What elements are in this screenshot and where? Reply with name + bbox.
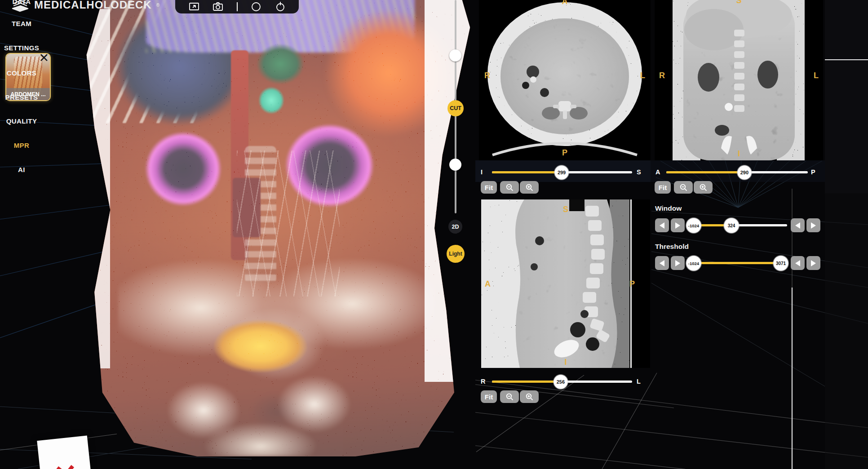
reset-view-icon[interactable] (275, 1, 286, 12)
sagittal-orientation-bottom: I (564, 358, 567, 367)
threshold-step-left-button-2[interactable] (791, 256, 805, 270)
coronal-slice-handle[interactable]: 290 (737, 165, 751, 179)
coronal-orientation-bottom: I (738, 149, 740, 159)
axial-fit-button[interactable]: Fit (481, 181, 497, 194)
toolbar-separator (237, 2, 238, 11)
sidebar-item-data[interactable]: DATA (0, 0, 43, 5)
zoom-in-icon (700, 184, 707, 191)
sidebar-menu (825, 0, 868, 193)
sagittal-fit-button[interactable]: Fit (481, 390, 497, 403)
axial-slice-handle[interactable]: 299 (555, 165, 569, 179)
coronal-slice-value: 290 (740, 170, 748, 175)
viewport-toolbar (175, 0, 299, 13)
threshold-high-value: 3071 (776, 261, 786, 265)
sidebar-item-team[interactable]: TEAM (0, 20, 43, 27)
sagittal-orientation-top: S (563, 205, 568, 214)
right-arrow-icon (675, 260, 680, 266)
coronal-ct-view[interactable]: S R L I (655, 0, 823, 160)
sidebar-item-presets[interactable]: PRESETS (0, 93, 43, 101)
axial-zoom-out-button[interactable] (500, 181, 519, 194)
sidebar-item-colors[interactable]: COLORS (0, 69, 43, 77)
sagittal-orientation-left: A (485, 279, 491, 289)
window-label: Window (655, 204, 682, 212)
threshold-range-slider[interactable]: -1024 3071 (694, 262, 787, 264)
threshold-low-handle[interactable]: -1024 (686, 256, 701, 270)
sidebar-divider (825, 59, 868, 60)
axial-slice-slider[interactable]: 299 (492, 171, 632, 173)
axial-slider-end-label: S (637, 168, 641, 176)
sagittal-zoom-out-button[interactable] (500, 390, 519, 403)
coronal-slice-slider[interactable]: 290 (666, 171, 808, 173)
threshold-step-right-button-1[interactable] (671, 256, 685, 270)
coronal-zoom-out-button[interactable] (674, 181, 693, 194)
app-window: MEDICALHOLODECK ® ✕ ABDOMEN ... CUT 2D L… (0, 0, 868, 469)
right-arrow-icon (811, 260, 816, 266)
threshold-label: Threshold (655, 243, 689, 251)
sagittal-zoom-in-button[interactable] (520, 390, 539, 403)
coronal-ct-image (655, 0, 823, 160)
left-arrow-icon (660, 260, 664, 266)
export-icon[interactable] (189, 2, 199, 12)
window-low-handle[interactable]: -1024 (686, 218, 701, 233)
threshold-low-value: -1024 (688, 261, 699, 265)
scroll-slider-handle[interactable] (449, 159, 461, 171)
axial-orientation-top: A (562, 0, 568, 6)
zoom-out-icon (506, 184, 514, 191)
coronal-orientation-right: L (814, 71, 819, 80)
right-arrow-icon (811, 222, 816, 229)
left-arrow-icon (660, 222, 664, 229)
tissue-noise (79, 0, 474, 456)
zoom-out-icon (506, 393, 514, 401)
coronal-zoom-in-button[interactable] (694, 181, 713, 194)
axial-orientation-bottom: P (562, 148, 567, 158)
axial-orientation-left: R (484, 71, 490, 80)
threshold-step-left-button-1[interactable] (655, 256, 669, 270)
camera-icon[interactable] (213, 2, 223, 12)
discard-x-icon[interactable]: ✕ (53, 460, 80, 469)
window-step-left-button-1[interactable] (655, 218, 669, 232)
window-step-left-button-2[interactable] (791, 218, 805, 232)
axial-orientation-right: L (640, 71, 645, 80)
threshold-high-handle[interactable]: 3071 (774, 256, 788, 270)
threshold-step-right-button-2[interactable] (806, 256, 820, 270)
axial-zoom-in-button[interactable] (520, 181, 539, 194)
sagittal-slider-start-label: R (481, 378, 485, 385)
window-low-value: -1024 (688, 223, 699, 228)
coronal-orientation-top: S (736, 0, 741, 5)
coronal-fit-button[interactable]: Fit (655, 181, 671, 194)
left-arrow-icon (795, 260, 800, 266)
coronal-slider-end-label: P (811, 168, 815, 176)
3d-volume-render[interactable] (79, 0, 474, 456)
axial-slice-value: 299 (558, 170, 566, 175)
coronal-slider-start-label: A (655, 168, 660, 176)
window-high-handle[interactable]: 324 (724, 218, 739, 233)
sagittal-orientation-right: P (629, 279, 635, 289)
registered-mark: ® (156, 3, 159, 8)
sagittal-slice-handle[interactable]: 256 (554, 375, 567, 389)
sidebar-item-mpr[interactable]: MPR (0, 142, 43, 149)
2d-mode-button[interactable]: 2D (448, 220, 462, 234)
axial-ct-view[interactable]: A R L P (479, 0, 651, 160)
window-high-value: 324 (728, 223, 735, 228)
orbit-icon[interactable] (251, 1, 261, 12)
sidebar-extension (825, 193, 868, 469)
left-arrow-icon (795, 222, 800, 229)
sidebar-item-ai[interactable]: AI (0, 166, 43, 173)
window-step-right-button-2[interactable] (806, 218, 820, 232)
right-arrow-icon (675, 222, 680, 229)
window-range-slider[interactable]: -1024 324 (694, 224, 787, 226)
sagittal-ct-image (481, 199, 650, 368)
sagittal-slice-slider[interactable]: 256 (492, 381, 632, 383)
axial-ct-image (479, 0, 651, 160)
cut-button[interactable]: CUT (447, 100, 464, 116)
sidebar-item-settings[interactable]: SETTINGS (0, 44, 43, 52)
zoom-slider-handle[interactable] (449, 49, 461, 62)
coronal-orientation-left: R (659, 71, 665, 80)
zoom-out-icon (680, 184, 687, 191)
close-dataset-icon[interactable]: ✕ (39, 53, 49, 64)
light-button[interactable]: Light (447, 245, 465, 263)
sidebar-item-quality[interactable]: QUALITY (0, 117, 43, 125)
window-step-right-button-1[interactable] (671, 218, 685, 232)
sagittal-ct-view[interactable]: S A P I (481, 199, 650, 368)
sagittal-slider-end-label: L (637, 378, 641, 385)
